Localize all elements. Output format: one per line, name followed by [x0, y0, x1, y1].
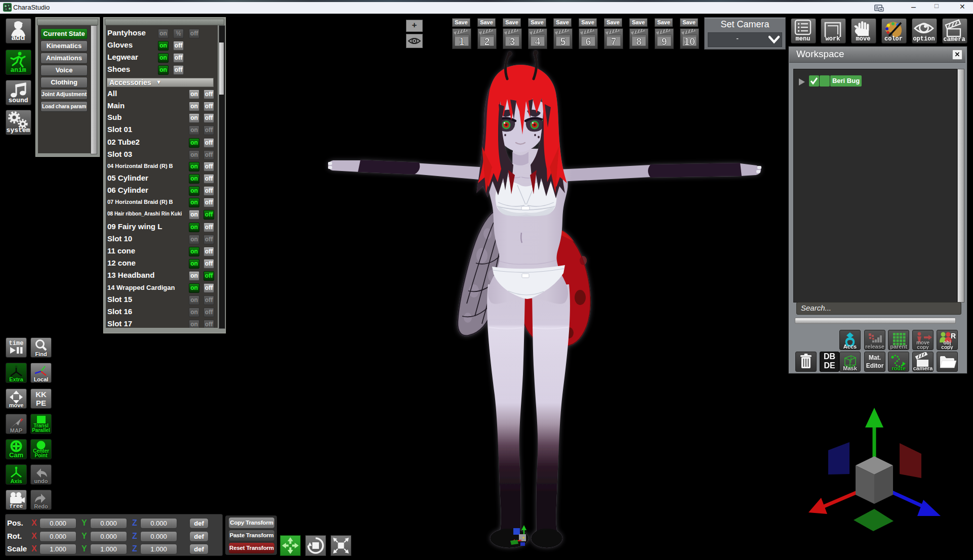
svg-text:sound: sound — [8, 97, 28, 104]
svg-text:10: 10 — [684, 36, 695, 47]
svg-text:time: time — [9, 340, 24, 347]
svg-text:camera: camera — [943, 36, 965, 42]
svg-text:color: color — [884, 35, 903, 42]
svg-text:option: option — [913, 35, 935, 42]
svg-text:anim: anim — [10, 66, 26, 73]
svg-text:1: 1 — [459, 36, 464, 47]
svg-text:6: 6 — [585, 36, 591, 47]
svg-text:9: 9 — [661, 36, 667, 47]
svg-text:R: R — [951, 332, 956, 340]
svg-text:move: move — [856, 35, 871, 42]
svg-text:4: 4 — [535, 36, 541, 47]
svg-text:work: work — [826, 35, 840, 42]
svg-text:8: 8 — [636, 36, 641, 47]
svg-text:5: 5 — [560, 36, 565, 47]
svg-text:7: 7 — [611, 36, 616, 47]
svg-text:add: add — [12, 33, 25, 41]
svg-text:menu: menu — [796, 35, 810, 42]
svg-text:3: 3 — [509, 36, 515, 47]
svg-text:2: 2 — [484, 36, 490, 47]
svg-text:system: system — [7, 126, 30, 134]
